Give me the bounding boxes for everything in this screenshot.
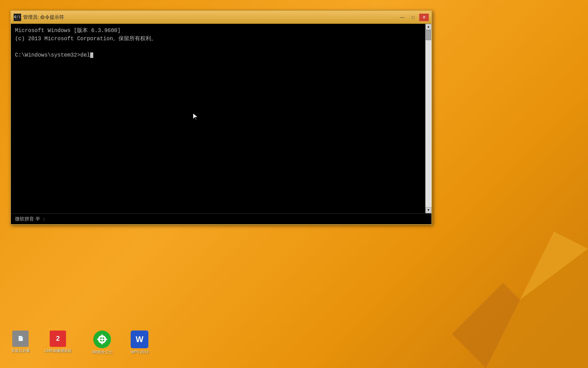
cmd-line-1: Microsoft Windows [版本 6.3.9600] [15, 27, 421, 35]
cmd-line-2: (c) 2013 Microsoft Corporation。保留所有权利。 [15, 35, 421, 43]
cmd-line-blank [15, 43, 421, 51]
cmd-scrollbar[interactable]: ▲ ▼ [425, 24, 431, 213]
cmd-window: C:\ 管理员: 命令提示符 — □ ✕ Microsoft Windows [… [10, 10, 432, 225]
scroll-thumb[interactable] [426, 30, 431, 40]
close-button[interactable]: ✕ [419, 14, 429, 21]
cmd-app-icon: C:\ [14, 14, 21, 21]
scroll-up-button[interactable]: ▲ [425, 24, 431, 30]
cmd-terminal-content[interactable]: Microsoft Windows [版本 6.3.9600] (c) 2013… [11, 24, 425, 213]
browser-2345-label: 2345加速浏览器 [44, 348, 71, 353]
bottom-desktop-icons: 📄 安装后必看 2 2345加速浏览器 360安 [0, 327, 160, 358]
shortcut-install[interactable]: 📄 安装后必看 [7, 331, 34, 354]
window-title: 管理员: 命令提示符 [23, 14, 64, 20]
scroll-down-button[interactable]: ▼ [425, 207, 431, 213]
cmd-cursor [90, 52, 93, 58]
cmd-icon-text: C:\ [14, 15, 20, 19]
ime-status-text: 微软拼音 半 ： [15, 216, 46, 222]
install-label: 安装后必看 [11, 348, 30, 353]
scroll-track[interactable] [425, 30, 431, 207]
desktop-decoration [452, 232, 588, 368]
shortcut-wps[interactable]: W WPS 2019 [126, 331, 153, 354]
cmd-statusbar: 微软拼音 半 ： [11, 213, 431, 224]
wps-icon: W [136, 335, 144, 344]
shortcut-2345-browser[interactable]: 2 2345加速浏览器 [44, 331, 71, 354]
title-bar-left: C:\ 管理员: 命令提示符 [14, 14, 64, 21]
shortcut-360[interactable]: 360安全卫士 [88, 331, 116, 354]
install-icon: 📄 [18, 336, 23, 341]
maximize-button[interactable]: □ [408, 14, 418, 21]
cmd-prompt-text: C:\Windows\system32>del [15, 51, 90, 59]
cmd-content-wrapper: Microsoft Windows [版本 6.3.9600] (c) 2013… [11, 24, 431, 213]
browser-2345-icon: 2 [56, 335, 60, 342]
title-bar: C:\ 管理员: 命令提示符 — □ ✕ [11, 11, 431, 24]
minimize-button[interactable]: — [397, 14, 407, 21]
window-controls: — □ ✕ [397, 14, 429, 21]
wps-label: WPS 2019 [131, 350, 149, 354]
cmd-line-prompt: C:\Windows\system32>del [15, 51, 421, 59]
qihoo360-icon [95, 333, 109, 346]
shortcut-360-label: 360安全卫士 [92, 350, 113, 354]
desktop: C:\ 管理员: 命令提示符 — □ ✕ Microsoft Windows [… [0, 0, 588, 368]
